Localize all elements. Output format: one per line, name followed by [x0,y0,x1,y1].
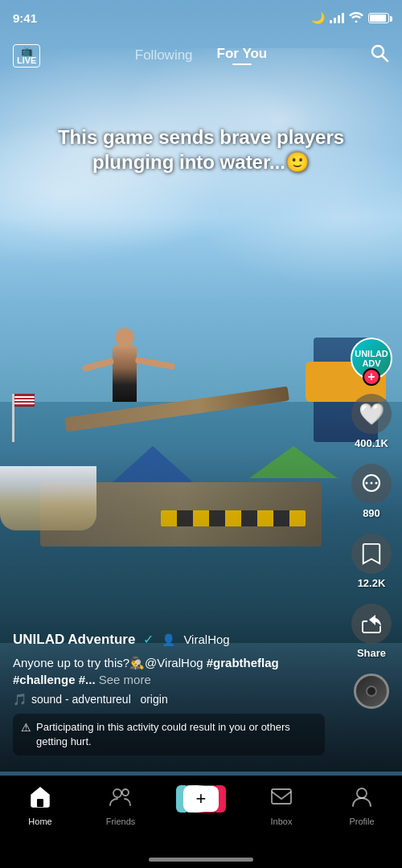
svg-point-7 [113,789,121,797]
collab-icon: 👤 [162,633,175,646]
nav-home[interactable]: Home [16,785,64,826]
bottom-nav: Home Friends + Inbox [0,776,402,868]
svg-rect-10 [273,790,279,795]
heart-icon-container: 🤍 [351,394,392,434]
svg-point-4 [371,482,373,485]
svg-point-5 [375,482,378,485]
signal-bar-1 [330,20,332,23]
friends-icon [109,785,133,813]
person-on-plank [113,346,137,402]
verified-badge: ✓ [143,632,154,647]
wifi-icon [349,11,363,25]
sound-text: sound - adventureul origin [31,693,168,706]
inbox-icon [270,785,293,813]
comment-button[interactable]: 890 [351,464,392,519]
us-flag [12,394,14,442]
music-disc-center [366,686,377,697]
profile-icon [351,785,373,813]
create-button[interactable]: + [181,785,221,813]
share-icon [361,613,382,634]
heart-icon: 🤍 [359,402,384,427]
profile-label: Profile [349,817,374,826]
tab-foryou[interactable]: For You [217,46,268,65]
creator-row: UNILAD Adventure ✓ 👤 ViralHog [13,632,325,648]
see-more-button[interactable]: See more [99,673,151,686]
warning-row: ⚠ Participating in this activity could r… [13,714,325,755]
friends-label: Friends [106,817,136,826]
status-bar: 9:41 🌙 [0,0,402,35]
bookmark-button[interactable]: 12.2K [351,534,392,589]
share-label: Share [357,647,386,659]
header-nav: 📺 LIVE Following For You [0,35,402,76]
signal-bar-3 [338,15,340,23]
search-button[interactable] [370,43,389,68]
moon-icon: 🌙 [311,11,325,24]
bottom-content: UNILAD Adventure ✓ 👤 ViralHog Anyone up … [0,632,338,755]
home-icon [29,785,51,813]
battery-icon [368,13,389,23]
svg-point-11 [357,788,367,798]
live-label: LIVE [17,56,36,65]
comment-icon-container [351,464,392,504]
avatar-text: UNILADADV [355,349,388,368]
sound-row[interactable]: 🎵 sound - adventureul origin [13,693,325,706]
home-label: Home [28,817,51,826]
creator-name: UNILAD Adventure [13,632,135,648]
warning-text: Participating in this activity could res… [36,720,317,749]
tab-following[interactable]: Following [135,47,193,63]
inbox-label: Inbox [271,817,293,826]
comment-count: 890 [363,507,380,519]
bookmark-count: 12.2K [358,577,386,589]
status-icons: 🌙 [311,11,389,25]
video-description: Anyone up to try this?🕵️‍♂️@ViralHog #gr… [13,654,325,688]
like-button[interactable]: 🤍 400.1K [351,394,392,449]
bookmark-icon [361,542,382,565]
signal-bars [330,12,344,23]
right-actions: UNILADADV + 🤍 400.1K 890 12.2K [351,338,392,709]
signal-bar-4 [342,13,344,23]
share-icon-container [351,604,392,644]
warning-icon: ⚠ [21,721,31,734]
nav-create[interactable]: + [177,785,225,813]
music-disc-visual [354,674,389,709]
nav-tabs: Following For You [135,46,267,65]
comment-icon [360,473,383,495]
bookmark-icon-container [351,534,392,574]
video-caption: This game sends brave players plunging i… [0,125,402,174]
tv-icon: 📺 [21,47,33,56]
creator-avatar[interactable]: UNILADADV + [351,338,392,379]
nav-inbox[interactable]: Inbox [257,785,306,826]
signal-bar-2 [334,18,336,23]
collab-name: ViralHog [183,633,229,646]
like-count: 400.1K [355,437,388,449]
svg-line-1 [383,56,388,62]
plus-center: + [183,786,219,812]
svg-point-8 [122,789,129,796]
tab-indicator [232,63,252,65]
caption-text: This game sends brave players plunging i… [32,125,370,174]
music-disc[interactable] [354,674,389,709]
share-button[interactable]: Share [351,604,392,659]
nav-profile[interactable]: Profile [338,785,386,826]
plus-sign: + [196,788,207,809]
home-indicator [149,858,253,862]
status-time: 9:41 [13,11,37,25]
svg-rect-6 [37,799,43,807]
music-note: 🎵 [13,693,27,706]
nav-friends[interactable]: Friends [96,785,145,826]
svg-point-3 [366,482,368,485]
live-button[interactable]: 📺 LIVE [13,44,40,68]
follow-plus-button[interactable]: + [363,368,380,386]
